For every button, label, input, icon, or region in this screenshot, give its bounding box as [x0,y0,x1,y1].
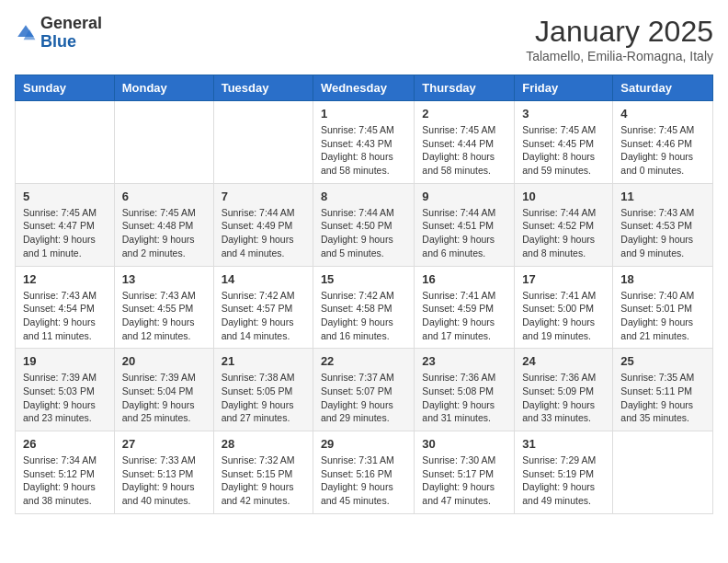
logo-general-text: General [40,14,102,32]
day-info: Sunrise: 7:43 AM Sunset: 4:53 PM Dayligh… [620,206,705,260]
calendar-cell: 28Sunrise: 7:32 AM Sunset: 5:15 PM Dayli… [213,431,313,514]
day-info: Sunrise: 7:32 AM Sunset: 5:15 PM Dayligh… [222,454,305,508]
calendar-cell: 2Sunrise: 7:45 AM Sunset: 4:44 PM Daylig… [415,101,515,184]
calendar-cell: 27Sunrise: 7:33 AM Sunset: 5:13 PM Dayli… [114,431,213,514]
day-info: Sunrise: 7:44 AM Sunset: 4:49 PM Dayligh… [222,206,305,260]
day-number: 19 [23,354,107,368]
day-info: Sunrise: 7:35 AM Sunset: 5:11 PM Dayligh… [620,371,705,425]
day-number: 30 [422,437,506,451]
calendar-cell: 13Sunrise: 7:43 AM Sunset: 4:55 PM Dayli… [114,266,213,349]
day-number: 17 [522,272,605,286]
day-info: Sunrise: 7:40 AM Sunset: 5:01 PM Dayligh… [620,289,705,343]
day-number: 14 [222,272,305,286]
calendar-cell: 16Sunrise: 7:41 AM Sunset: 4:59 PM Dayli… [415,266,515,349]
weekday-header-thursday: Thursday [415,75,515,101]
logo-text: General Blue [40,15,102,52]
day-number: 18 [620,272,705,286]
calendar-cell [613,431,713,514]
day-number: 6 [122,190,206,203]
day-number: 11 [620,190,705,203]
day-info: Sunrise: 7:45 AM Sunset: 4:47 PM Dayligh… [23,206,107,260]
calendar-cell: 30Sunrise: 7:30 AM Sunset: 5:17 PM Dayli… [415,431,515,514]
day-number: 4 [620,107,705,121]
day-info: Sunrise: 7:44 AM Sunset: 4:52 PM Dayligh… [522,206,605,260]
day-info: Sunrise: 7:45 AM Sunset: 4:46 PM Dayligh… [620,123,705,178]
day-number: 5 [23,190,107,203]
day-info: Sunrise: 7:44 AM Sunset: 4:51 PM Dayligh… [422,206,506,260]
calendar-cell: 3Sunrise: 7:45 AM Sunset: 4:45 PM Daylig… [515,101,613,184]
calendar-cell: 1Sunrise: 7:45 AM Sunset: 4:43 PM Daylig… [313,101,414,184]
calendar-week-3: 12Sunrise: 7:43 AM Sunset: 4:54 PM Dayli… [16,266,713,349]
day-number: 21 [222,354,305,368]
day-number: 9 [422,190,506,203]
day-number: 24 [522,354,605,368]
day-info: Sunrise: 7:42 AM Sunset: 4:57 PM Dayligh… [222,289,305,343]
calendar-cell: 8Sunrise: 7:44 AM Sunset: 4:50 PM Daylig… [313,183,414,266]
day-number: 7 [222,190,305,203]
calendar-cell: 11Sunrise: 7:43 AM Sunset: 4:53 PM Dayli… [613,183,713,266]
calendar-cell: 4Sunrise: 7:45 AM Sunset: 4:46 PM Daylig… [613,101,713,184]
day-info: Sunrise: 7:34 AM Sunset: 5:12 PM Dayligh… [23,454,107,508]
day-number: 23 [422,354,506,368]
location-title: Talamello, Emilia-Romagna, Italy [526,49,713,63]
day-info: Sunrise: 7:42 AM Sunset: 4:58 PM Dayligh… [321,289,406,343]
day-info: Sunrise: 7:43 AM Sunset: 4:54 PM Dayligh… [23,289,107,343]
day-info: Sunrise: 7:33 AM Sunset: 5:13 PM Dayligh… [122,454,206,508]
calendar-cell: 20Sunrise: 7:39 AM Sunset: 5:04 PM Dayli… [114,349,213,431]
day-info: Sunrise: 7:43 AM Sunset: 4:55 PM Dayligh… [122,289,206,343]
page-header: General Blue January 2025 Talamello, Emi… [15,15,713,63]
day-info: Sunrise: 7:45 AM Sunset: 4:44 PM Dayligh… [422,123,506,178]
day-info: Sunrise: 7:45 AM Sunset: 4:45 PM Dayligh… [522,123,605,178]
day-info: Sunrise: 7:39 AM Sunset: 5:03 PM Dayligh… [23,371,107,425]
calendar-week-2: 5Sunrise: 7:45 AM Sunset: 4:47 PM Daylig… [16,183,713,266]
calendar-cell: 23Sunrise: 7:36 AM Sunset: 5:08 PM Dayli… [415,349,515,431]
day-number: 25 [620,354,705,368]
calendar-cell: 6Sunrise: 7:45 AM Sunset: 4:48 PM Daylig… [114,183,213,266]
calendar-cell: 5Sunrise: 7:45 AM Sunset: 4:47 PM Daylig… [16,183,115,266]
calendar-cell: 26Sunrise: 7:34 AM Sunset: 5:12 PM Dayli… [16,431,115,514]
day-info: Sunrise: 7:44 AM Sunset: 4:50 PM Dayligh… [321,206,406,260]
day-info: Sunrise: 7:41 AM Sunset: 4:59 PM Dayligh… [422,289,506,343]
weekday-header-saturday: Saturday [613,75,713,101]
day-number: 20 [122,354,206,368]
weekday-header-row: SundayMondayTuesdayWednesdayThursdayFrid… [16,75,713,101]
weekday-header-tuesday: Tuesday [213,75,313,101]
weekday-header-monday: Monday [114,75,213,101]
day-info: Sunrise: 7:36 AM Sunset: 5:09 PM Dayligh… [522,371,605,425]
day-number: 12 [23,272,107,286]
day-number: 8 [321,190,406,203]
day-number: 10 [522,190,605,203]
logo-icon [15,22,37,44]
day-number: 13 [122,272,206,286]
calendar-week-4: 19Sunrise: 7:39 AM Sunset: 5:03 PM Dayli… [16,349,713,431]
day-number: 28 [222,437,305,451]
day-info: Sunrise: 7:38 AM Sunset: 5:05 PM Dayligh… [222,371,305,425]
day-info: Sunrise: 7:29 AM Sunset: 5:19 PM Dayligh… [522,454,605,508]
day-number: 16 [422,272,506,286]
calendar-cell: 9Sunrise: 7:44 AM Sunset: 4:51 PM Daylig… [415,183,515,266]
day-info: Sunrise: 7:36 AM Sunset: 5:08 PM Dayligh… [422,371,506,425]
calendar-cell: 14Sunrise: 7:42 AM Sunset: 4:57 PM Dayli… [213,266,313,349]
day-number: 3 [522,107,605,121]
logo-blue-text: Blue [40,32,76,51]
logo: General Blue [15,15,102,52]
day-info: Sunrise: 7:31 AM Sunset: 5:16 PM Dayligh… [321,454,406,508]
weekday-header-sunday: Sunday [16,75,115,101]
calendar-cell [114,101,213,184]
calendar-cell [16,101,115,184]
calendar-cell: 18Sunrise: 7:40 AM Sunset: 5:01 PM Dayli… [613,266,713,349]
calendar-cell: 12Sunrise: 7:43 AM Sunset: 4:54 PM Dayli… [16,266,115,349]
day-number: 22 [321,354,406,368]
calendar-cell: 21Sunrise: 7:38 AM Sunset: 5:05 PM Dayli… [213,349,313,431]
calendar-cell: 17Sunrise: 7:41 AM Sunset: 5:00 PM Dayli… [515,266,613,349]
calendar-week-1: 1Sunrise: 7:45 AM Sunset: 4:43 PM Daylig… [16,101,713,184]
day-number: 26 [23,437,107,451]
calendar-cell: 22Sunrise: 7:37 AM Sunset: 5:07 PM Dayli… [313,349,414,431]
day-number: 31 [522,437,605,451]
calendar-cell: 24Sunrise: 7:36 AM Sunset: 5:09 PM Dayli… [515,349,613,431]
calendar-cell: 29Sunrise: 7:31 AM Sunset: 5:16 PM Dayli… [313,431,414,514]
day-info: Sunrise: 7:30 AM Sunset: 5:17 PM Dayligh… [422,454,506,508]
weekday-header-wednesday: Wednesday [313,75,414,101]
weekday-header-friday: Friday [515,75,613,101]
calendar-cell: 10Sunrise: 7:44 AM Sunset: 4:52 PM Dayli… [515,183,613,266]
